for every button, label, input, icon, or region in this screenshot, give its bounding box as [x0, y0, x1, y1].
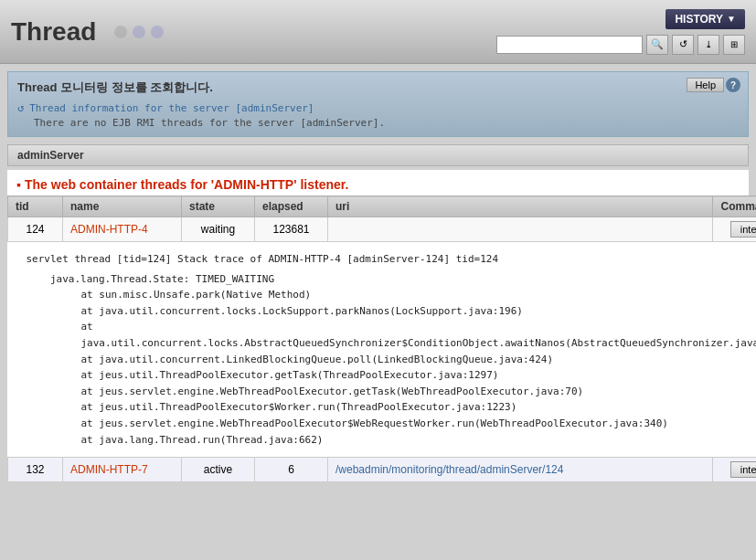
- stack-line-4: at java.util.concurrent.LinkedBlockingQu…: [27, 352, 757, 368]
- header-right: HISTORY ▼ 🔍 ↺ ⤓ ⊞: [496, 9, 745, 55]
- search-button[interactable]: 🔍: [646, 35, 668, 55]
- page-header: Thread HISTORY ▼ 🔍 ↺ ⤓ ⊞: [0, 0, 756, 64]
- chevron-down-icon: ▼: [727, 14, 736, 24]
- stack-state-line: java.lang.Thread.State: TIMED_WAITING: [27, 271, 757, 288]
- interrupt-button-2[interactable]: interrupt: [730, 461, 756, 478]
- cell-name-1: ADMIN-HTTP-4: [63, 217, 182, 242]
- info-line-1-text: Thread information for the server [admin…: [29, 102, 314, 114]
- help-icon: ?: [726, 78, 740, 92]
- info-banner: Thread 모니터링 정보를 조회합니다. Help ? ↺ Thread i…: [7, 71, 749, 137]
- stack-trace-header: servlet thread [tid=124] Stack trace of …: [27, 251, 757, 268]
- info-line-2: There are no EJB RMI threads for the ser…: [34, 117, 739, 129]
- export-button[interactable]: ⤓: [697, 35, 719, 55]
- history-button[interactable]: HISTORY ▼: [665, 9, 745, 29]
- search-input[interactable]: [496, 36, 643, 54]
- dot-1: [114, 26, 127, 38]
- dot-2: [133, 26, 145, 38]
- section-icon: ▪: [16, 177, 21, 192]
- info-line-1: ↺ Thread information for the server [adm…: [17, 101, 739, 114]
- refresh-button[interactable]: ↺: [672, 35, 694, 55]
- main-content: ▪ The web container threads for 'ADMIN-H…: [7, 170, 749, 482]
- header-dots: [114, 26, 164, 38]
- cell-elapsed-2: 6: [255, 458, 328, 482]
- info-banner-title: Thread 모니터링 정보를 조회합니다.: [17, 79, 739, 96]
- history-label: HISTORY: [675, 13, 723, 26]
- dot-3: [151, 26, 164, 38]
- stack-line-9: at java.lang.Thread.run(Thread.java:662): [27, 432, 757, 449]
- cell-state-1: waiting: [182, 217, 255, 242]
- cell-elapsed-1: 123681: [255, 217, 328, 242]
- page-title: Thread: [11, 17, 96, 47]
- stack-line-8: at jeus.servlet.engine.WebThreadPoolExec…: [27, 416, 757, 432]
- cell-uri-1: [328, 217, 713, 242]
- stack-line-2: at java.util.concurrent.locks.LockSuppor…: [27, 303, 757, 320]
- refresh-icon: ↺: [679, 38, 687, 50]
- export-icon: ⤓: [705, 39, 712, 49]
- stack-line-1: at sun.misc.Unsafe.park(Native Method): [27, 287, 757, 303]
- col-command: Command: [713, 196, 756, 217]
- web-container-title: The web container threads for 'ADMIN-HTT…: [25, 177, 348, 192]
- search-icon: 🔍: [651, 38, 664, 50]
- help-area: Help ?: [687, 78, 740, 92]
- grid-icon: ⊞: [730, 39, 738, 49]
- stack-line-3: at java.util.concurrent.locks.AbstractQu…: [27, 319, 757, 351]
- table-row-bottom: 132 ADMIN-HTTP-7 active 6 /webadmin/moni…: [8, 458, 757, 482]
- refresh-small-icon: ↺: [17, 101, 24, 114]
- help-label: Help: [695, 79, 716, 90]
- cell-state-2: active: [182, 458, 255, 482]
- page-title-area: Thread: [11, 17, 164, 47]
- col-state: state: [182, 196, 255, 217]
- cell-tid-1: 124: [8, 217, 63, 242]
- col-tid: tid: [8, 196, 63, 217]
- grid-button[interactable]: ⊞: [723, 35, 745, 55]
- col-name: name: [63, 196, 182, 217]
- uri-link-2[interactable]: /webadmin/monitoring/thread/adminServer/…: [335, 463, 563, 476]
- thread-name-link-2[interactable]: ADMIN-HTTP-7: [70, 463, 148, 476]
- server-label: adminServer: [7, 144, 749, 166]
- help-button[interactable]: Help: [687, 78, 724, 92]
- table-row: 124 ADMIN-HTTP-4 waiting 123681 interrup…: [8, 217, 757, 242]
- cell-uri-2: /webadmin/monitoring/thread/adminServer/…: [328, 458, 713, 482]
- section-title-area: ▪ The web container threads for 'ADMIN-H…: [7, 170, 749, 195]
- interrupt-button-1[interactable]: interrupt: [730, 221, 756, 238]
- toolbar: 🔍 ↺ ⤓ ⊞: [496, 35, 745, 55]
- col-uri: uri: [328, 196, 713, 217]
- stack-trace: servlet thread [tid=124] Stack trace of …: [8, 242, 757, 457]
- thread-name-link-1[interactable]: ADMIN-HTTP-4: [70, 223, 148, 236]
- cell-cmd-1: interrupt: [713, 217, 756, 242]
- server-section: adminServer: [7, 144, 749, 166]
- table-header-row: tid name state elapsed uri Command: [8, 196, 757, 217]
- stack-trace-cell: servlet thread [tid=124] Stack trace of …: [8, 242, 757, 458]
- cell-cmd-2: interrupt: [713, 458, 756, 482]
- cell-tid-2: 132: [8, 458, 63, 482]
- cell-name-2: ADMIN-HTTP-7: [63, 458, 182, 482]
- stack-line-5: at jeus.util.ThreadPoolExecutor.getTask(…: [27, 367, 757, 384]
- thread-table: tid name state elapsed uri Command 124 A…: [7, 195, 756, 482]
- stack-line-7: at jeus.util.ThreadPoolExecutor$Worker.r…: [27, 399, 757, 416]
- stack-line-6: at jeus.servlet.engine.WebThreadPoolExec…: [27, 384, 757, 400]
- stack-trace-row: servlet thread [tid=124] Stack trace of …: [8, 242, 757, 458]
- col-elapsed: elapsed: [255, 196, 328, 217]
